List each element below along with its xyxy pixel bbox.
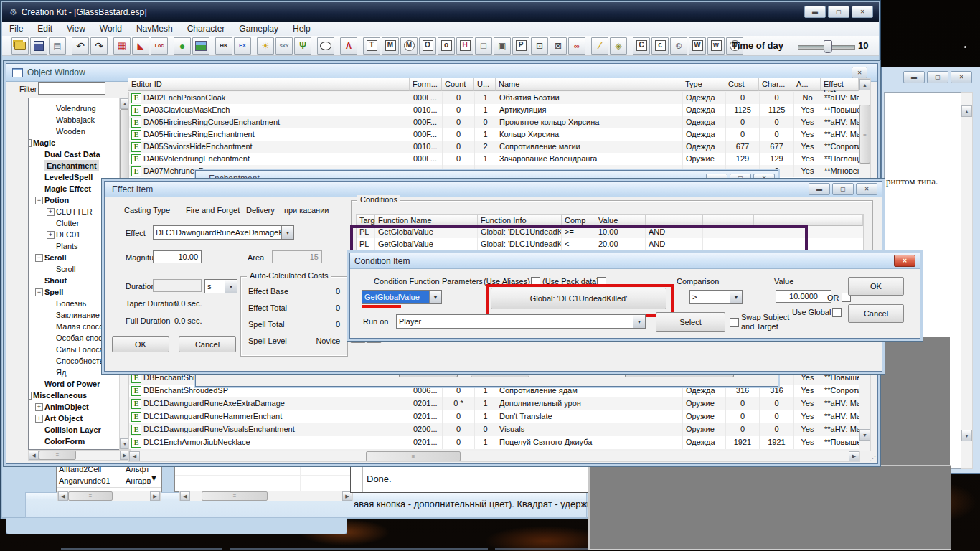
tree-item-wabbajack[interactable]: Wabbajack	[56, 114, 95, 126]
toolbar-cube-select-icon[interactable]: ⊡	[531, 37, 548, 55]
tree-item-яд[interactable]: Яд	[56, 367, 66, 378]
cell-view-hscroll-right[interactable]: ◀ ≡ ▶	[179, 491, 353, 501]
tree-expander-icon[interactable]: +	[35, 415, 43, 423]
tree-item-word-of-power[interactable]: Word of Power	[44, 378, 100, 390]
chevron-down-icon[interactable]: ▼	[730, 291, 742, 303]
tree-item-volendrung[interactable]: Volendrung	[56, 103, 96, 114]
maximize-button[interactable]: ▢	[828, 6, 849, 18]
minimize-button[interactable]: ▬	[804, 6, 826, 18]
toolbar-cube-w-icon[interactable]: w	[707, 37, 725, 55]
tree-item-малая-спосо[interactable]: Малая спосо	[56, 321, 103, 332]
table-row[interactable]: DLC1EnchArmorJiubNecklace0201...01Поцелу…	[129, 436, 859, 449]
scroll-right-icon[interactable]: ▶	[849, 451, 859, 461]
conditions-column-header[interactable]: Function Name	[375, 215, 478, 226]
scroll-up-icon[interactable]: ▲	[961, 105, 972, 117]
toolbar-cube-plain-icon[interactable]: □	[475, 37, 492, 55]
scroll-thumb[interactable]: ≡	[366, 451, 461, 461]
ok-button[interactable]: OK	[112, 336, 169, 352]
toolbar-world-icon[interactable]: ●	[174, 37, 191, 55]
table-row[interactable]: DA03ClavicusMaskEnch0010...01Артикуляция…	[129, 104, 859, 117]
toolbar-open-folder-icon[interactable]	[11, 37, 29, 55]
menu-item-edit[interactable]: Edit	[30, 22, 60, 36]
toolbar-water-fx-icon[interactable]: FX	[234, 37, 251, 55]
scroll-left-icon[interactable]: ◀	[29, 451, 39, 460]
table-header[interactable]: Editor IDForm...CountU...NameTypeCostCha…	[128, 78, 859, 91]
tree-item-clutter[interactable]: Clutter	[56, 217, 79, 229]
toolbar-letter-c-icon[interactable]: C	[633, 37, 650, 55]
run-on-combo[interactable]: Player▼	[396, 314, 646, 329]
cell-view-list[interactable]: Alftand2CellАльфтAngarvunde01Ангарв	[56, 463, 162, 492]
tree-item-dual-cast-data[interactable]: Dual Cast Data	[44, 149, 100, 160]
toolbar-marker-tower-icon[interactable]: Λ	[340, 37, 357, 55]
tree-item-особая-спос[interactable]: Особая спос	[56, 332, 103, 344]
tree-expander-icon[interactable]: +	[35, 403, 43, 411]
tree-item-заклинание[interactable]: Заклинание	[56, 309, 100, 321]
tree-hscroll[interactable]: ◀ ≡ ▶	[28, 450, 131, 461]
toolbar-redo-icon[interactable]: ↷	[90, 37, 108, 55]
scroll-up-icon[interactable]: ▲	[859, 79, 870, 90]
tree-item-collision-layer[interactable]: Collision Layer	[44, 424, 101, 435]
tree-item-spell[interactable]: Spell	[44, 286, 63, 298]
tree-expander-icon[interactable]: +	[47, 208, 55, 216]
conditions-column-header[interactable]: Comp	[562, 215, 595, 226]
tree-expander-icon[interactable]: −	[28, 139, 32, 147]
toolbar-x-marker-icon[interactable]: ⊠	[550, 37, 567, 55]
column-header-effectlist[interactable]: Effect List	[821, 78, 859, 91]
scroll-thumb[interactable]: ≡	[39, 451, 76, 460]
column-header-name[interactable]: Name	[496, 78, 682, 91]
tree-item-art-object[interactable]: Art Object	[44, 413, 83, 424]
filter-input[interactable]	[38, 82, 105, 95]
conditions-column-header[interactable]	[754, 215, 863, 226]
toolbar-cube-o-icon[interactable]: o	[438, 37, 455, 55]
cell-view-panel-right[interactable]	[174, 463, 357, 492]
cancel-button[interactable]: Cancel	[179, 336, 236, 352]
toolbar-letter-w-icon[interactable]: W	[689, 37, 706, 55]
effect-item-title-bar[interactable]: Effect Item ▬ ▢ ✕	[105, 182, 882, 197]
toolbar-cube-h-icon[interactable]: H	[456, 37, 473, 55]
close-icon[interactable]: ✕	[852, 67, 867, 79]
tree-item-болезнь[interactable]: Болезнь	[56, 298, 86, 309]
cell-view-row[interactable]: Alftand2CellАльфт	[57, 464, 161, 476]
effect-combo[interactable]: DLC1DawnguardRuneAxeDamageE▼	[153, 225, 294, 240]
tree-item-colorform[interactable]: ColorForm	[44, 435, 85, 447]
toolbar-undo-icon[interactable]: ↶	[72, 37, 89, 55]
toolbar-snap-to-angle-icon[interactable]: ◣	[132, 37, 149, 55]
toolbar-copyright-icon[interactable]: ©	[670, 37, 687, 55]
maximize-button[interactable]: ▢	[832, 183, 854, 195]
column-header-u[interactable]: U...	[474, 78, 496, 91]
comparison-combo[interactable]: >=▼	[689, 290, 743, 304]
tree-expander-icon[interactable]: −	[28, 392, 32, 400]
tree-item-силы-голоса[interactable]: Силы Голоса	[56, 344, 104, 355]
toolbar-havok-sim-icon[interactable]: HK	[215, 37, 232, 55]
toolbar-letter-o-icon[interactable]: O	[419, 37, 436, 55]
scroll-right-icon[interactable]: ▶	[150, 491, 160, 501]
column-header-char[interactable]: Char...	[759, 78, 793, 91]
tree-expander-icon[interactable]: −	[35, 197, 43, 204]
tree-item-miscellaneous[interactable]: Miscellaneous	[33, 390, 87, 401]
tree-item-scroll[interactable]: Scroll	[56, 263, 76, 275]
duration-unit-combo[interactable]: s▼	[204, 279, 237, 293]
close-button[interactable]: ✕	[951, 71, 972, 83]
scroll-down-icon[interactable]: ▼	[859, 429, 870, 441]
menu-item-character[interactable]: Character	[180, 22, 232, 36]
toolbar-save-icon[interactable]	[30, 37, 47, 55]
menu-item-world[interactable]: World	[93, 22, 129, 36]
swap-subject-checkbox[interactable]	[730, 318, 739, 327]
menu-item-help[interactable]: Help	[286, 22, 318, 36]
scroll-left-icon[interactable]: ◀	[129, 451, 140, 461]
cell-list-scroll-down-icon[interactable]: ▼	[150, 474, 159, 484]
tree-item-enchantment[interactable]: Enchantment	[44, 160, 99, 171]
tree-item-animobject[interactable]: AnimObject	[44, 401, 89, 413]
conditions-column-header[interactable]: Value	[595, 215, 646, 226]
minimize-button[interactable]: ▬	[903, 71, 925, 83]
close-button[interactable]: ✕	[852, 6, 873, 18]
toolbar-light-icon[interactable]: ☀	[257, 37, 274, 55]
tree-item-shout[interactable]: Shout	[44, 275, 67, 286]
toolbar-dialogue-icon[interactable]	[317, 37, 334, 55]
column-header-editorid[interactable]: Editor ID	[128, 78, 410, 91]
toolbar-letter-p-icon[interactable]: P	[512, 37, 529, 55]
column-header-count[interactable]: Count	[442, 78, 474, 91]
tree-expander-icon[interactable]: +	[47, 231, 55, 239]
scroll-thumb[interactable]: ≡	[859, 105, 870, 164]
scroll-left-icon[interactable]: ◀	[58, 491, 68, 501]
